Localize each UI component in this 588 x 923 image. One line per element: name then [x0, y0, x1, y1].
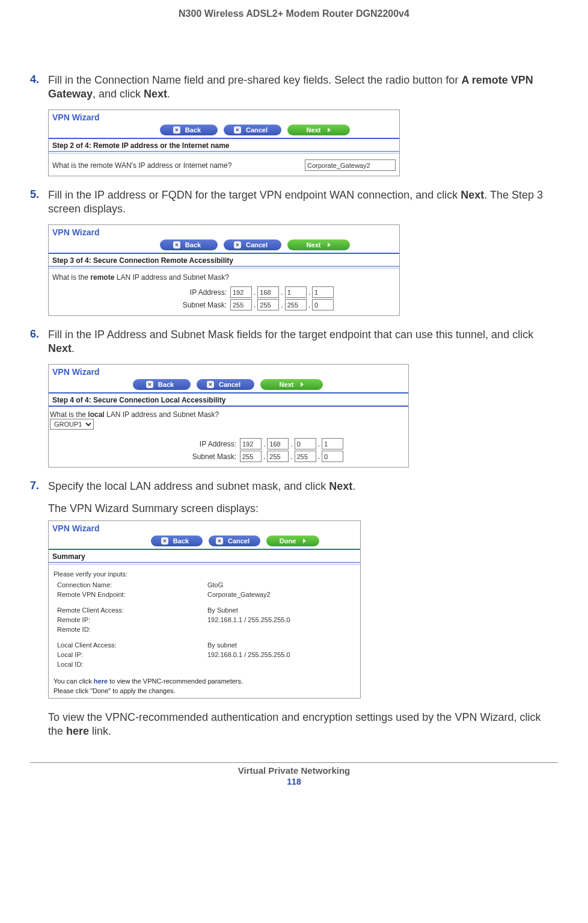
cancel-button[interactable]: ×Cancel — [224, 239, 281, 250]
ip-address-label: IP Address: — [188, 440, 240, 448]
wizard-step-label: Step 4 of 4: Secure Connection Local Acc… — [49, 395, 408, 407]
next-button[interactable]: Next — [260, 379, 323, 390]
summary-note-2: Please click "Done" to apply the changes… — [54, 687, 355, 694]
step-4: 4. Fill in the Connection Name field and… — [30, 73, 558, 101]
subnet-mask-label: Subnet Mask: — [179, 301, 230, 309]
text: Fill in the Connection Name field and pr… — [48, 74, 461, 86]
text: LAN IP address and Subnet Mask? — [105, 410, 219, 419]
text: What is the — [50, 410, 88, 419]
step-text: Fill in the Connection Name field and pr… — [48, 73, 558, 101]
wizard-title: VPN Wizard — [49, 521, 360, 534]
step-number: 7. — [30, 480, 48, 492]
text: Fill in the IP Address and Subnet Mask f… — [48, 329, 533, 341]
mask-octet-2[interactable] — [257, 299, 279, 310]
wizard-step2-screenshot: VPN Wizard ×Back ×Cancel Next Step 2 of … — [48, 110, 400, 176]
cancel-button[interactable]: ×Cancel — [197, 379, 254, 390]
text: . — [167, 88, 170, 100]
mask-octet-4[interactable] — [322, 451, 343, 462]
here-link[interactable]: here — [94, 678, 108, 685]
summary-label: Remote ID: — [57, 626, 207, 633]
close-icon: × — [161, 537, 168, 545]
chevron-right-icon — [328, 128, 331, 132]
summary-value: By subnet — [207, 641, 355, 649]
ip-octet-4[interactable] — [322, 438, 343, 449]
text: Specify the local LAN address and subnet… — [48, 480, 329, 492]
ip-octet-2[interactable] — [267, 438, 289, 449]
chevron-right-icon — [328, 242, 331, 247]
label: Done — [280, 537, 296, 545]
step-6: 6. Fill in the IP Address and Subnet Mas… — [30, 328, 558, 356]
close-icon: × — [173, 241, 180, 248]
group-select[interactable]: GROUP1 — [50, 419, 94, 430]
ip-address-label: IP Address: — [179, 288, 230, 297]
ip-octet-3[interactable] — [295, 438, 316, 449]
document-title: N300 Wireless ADSL2+ Modem Router DGN220… — [30, 8, 558, 19]
chevron-right-icon — [303, 539, 306, 543]
wizard-content: What is the remote LAN IP address and Su… — [49, 270, 399, 315]
document-page: N300 Wireless ADSL2+ Modem Router DGN220… — [0, 0, 588, 798]
label: Cancel — [246, 241, 268, 248]
cancel-button[interactable]: ×Cancel — [209, 536, 260, 546]
next-button[interactable]: Next — [287, 239, 350, 250]
mask-octet-2[interactable] — [267, 451, 289, 462]
close-icon: × — [234, 126, 241, 134]
wizard-button-row: ×Back ×Cancel Next — [49, 238, 399, 254]
wizard-question: What is the local LAN IP address and Sub… — [50, 410, 405, 419]
summary-body: Please verify your inputs: Connection Na… — [49, 566, 360, 698]
next-button[interactable]: Next — [287, 125, 350, 135]
summary-heading: Summary — [49, 551, 360, 563]
wizard-button-row: ×Back ×Cancel Done — [49, 534, 360, 550]
done-button[interactable]: Done — [266, 536, 319, 546]
summary-label: Local ID: — [57, 661, 207, 668]
back-button[interactable]: ×Back — [151, 536, 203, 546]
summary-value: 192.168.0.1 / 255.255.255.0 — [207, 651, 355, 658]
mask-octet-1[interactable] — [240, 451, 262, 462]
footer-section: Virtual Private Networking — [30, 765, 558, 776]
remote-wan-input[interactable] — [305, 159, 396, 171]
back-button[interactable]: ×Back — [160, 239, 218, 250]
mask-octet-3[interactable] — [295, 451, 316, 462]
mask-octet-1[interactable] — [230, 299, 252, 310]
wizard-step4-screenshot: VPN Wizard ×Back ×Cancel Next Step 4 of … — [48, 364, 409, 468]
back-button[interactable]: ×Back — [133, 379, 191, 390]
mask-octet-3[interactable] — [285, 299, 307, 310]
label: Next — [280, 381, 294, 388]
bold-text: local — [88, 410, 104, 419]
summary-value — [207, 661, 355, 668]
step-number: 5. — [30, 188, 48, 201]
closing-text: To view the VPNC-recommended authenticat… — [48, 711, 558, 738]
summary-value: By Subnet — [207, 607, 355, 614]
ip-octet-1[interactable] — [230, 286, 252, 298]
close-icon: × — [207, 381, 214, 388]
summary-value — [207, 626, 355, 633]
label: Next — [307, 126, 321, 134]
summary-value: 192.168.1.1 / 255.255.255.0 — [207, 616, 355, 623]
subnet-mask-label: Subnet Mask: — [188, 452, 240, 461]
bold-text: Next — [329, 480, 352, 492]
back-button[interactable]: ×Back — [160, 125, 218, 135]
ip-octet-2[interactable] — [257, 286, 279, 298]
step-text: Specify the local LAN address and subnet… — [48, 480, 558, 493]
wizard-content: What is the remote WAN's IP address or I… — [49, 155, 399, 176]
wizard-title: VPN Wizard — [49, 365, 408, 378]
cancel-button[interactable]: ×Cancel — [224, 125, 281, 135]
label: Cancel — [246, 126, 268, 134]
bold-text: Next — [48, 342, 72, 354]
summary-label: Remote IP: — [57, 616, 207, 623]
ip-octet-3[interactable] — [285, 286, 307, 298]
text: Fill in the IP address or FQDN for the t… — [48, 189, 461, 201]
wizard-button-row: ×Back ×Cancel Next — [49, 123, 399, 139]
wizard-question: What is the remote LAN IP address and Su… — [52, 273, 396, 282]
text: To view the VPNC-recommended authenticat… — [48, 711, 541, 737]
ip-octet-4[interactable] — [312, 286, 334, 298]
mask-octet-4[interactable] — [312, 299, 334, 310]
wizard-step3-screenshot: VPN Wizard ×Back ×Cancel Next Step 3 of … — [48, 224, 400, 316]
bold-text: here — [66, 725, 89, 737]
ip-octet-1[interactable] — [240, 438, 262, 449]
text: LAN IP address and Subnet Mask? — [114, 273, 229, 282]
label: Cancel — [228, 537, 250, 545]
summary-label: Local Client Access: — [57, 641, 207, 649]
wizard-content: What is the local LAN IP address and Sub… — [49, 407, 408, 467]
wizard-question: What is the remote WAN's IP address or I… — [52, 161, 305, 170]
text: What is the — [52, 273, 90, 282]
